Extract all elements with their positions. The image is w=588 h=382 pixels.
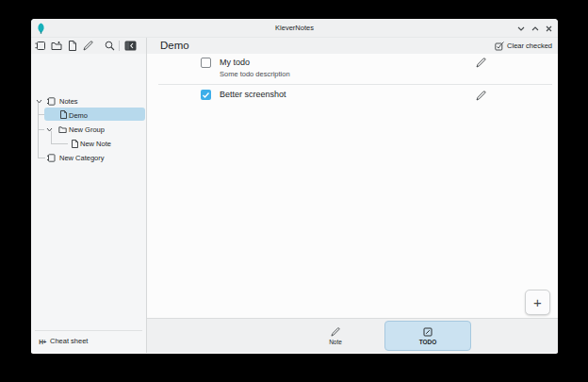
new-category-button[interactable] bbox=[34, 40, 46, 52]
chevron-down-icon[interactable] bbox=[46, 126, 53, 133]
pencil-icon bbox=[476, 91, 486, 101]
heading-plus-icon: H+ bbox=[38, 337, 47, 346]
todo-checkbox[interactable] bbox=[201, 90, 211, 100]
category-icon bbox=[47, 97, 56, 106]
sidebar-collapse-icon bbox=[124, 41, 137, 51]
new-category-icon bbox=[35, 41, 46, 51]
tree-item-label: Demo bbox=[69, 108, 88, 123]
toggle-sidebar-button[interactable] bbox=[123, 40, 138, 52]
close-button[interactable] bbox=[545, 25, 553, 33]
rename-button[interactable] bbox=[82, 40, 94, 52]
sidebar-item-new-category[interactable]: New Category bbox=[35, 151, 142, 165]
rename-icon bbox=[83, 41, 93, 51]
clear-checked-button[interactable]: Clear checked bbox=[495, 38, 552, 54]
sidebar-item-demo[interactable]: Demo bbox=[35, 108, 142, 123]
minimize-button[interactable] bbox=[516, 25, 525, 33]
note-icon bbox=[71, 140, 79, 148]
plus-icon: + bbox=[533, 294, 542, 310]
titlebar[interactable]: KleverNotes bbox=[31, 19, 558, 38]
cheat-sheet-label: Cheat sheet bbox=[50, 334, 88, 348]
todo-checkbox[interactable] bbox=[201, 58, 211, 68]
view-switcher: Note TODO bbox=[147, 318, 558, 353]
new-note-icon bbox=[68, 41, 77, 51]
tree-item-label: New Group bbox=[69, 123, 105, 137]
todo-title: My todo bbox=[220, 58, 250, 67]
tab-todo-label: TODO bbox=[419, 339, 437, 345]
window-title: KleverNotes bbox=[31, 19, 558, 38]
category-icon bbox=[47, 154, 56, 162]
new-group-button[interactable] bbox=[50, 40, 62, 52]
tab-todo[interactable]: TODO bbox=[384, 321, 471, 351]
group-icon bbox=[58, 125, 67, 134]
todo-item: Better screenshot bbox=[158, 88, 552, 110]
chevron-down-icon[interactable] bbox=[36, 98, 42, 105]
klevernotes-window: KleverNotes bbox=[31, 19, 558, 354]
sidebar: Notes Demo New Group bbox=[31, 54, 146, 353]
tree-item-label: Notes bbox=[59, 94, 78, 108]
sidebar-item-notes[interactable]: Notes bbox=[35, 94, 142, 108]
tree-item-label: New Note bbox=[80, 137, 111, 151]
pencil-icon bbox=[331, 327, 340, 337]
toolbar-separator bbox=[119, 41, 120, 51]
new-note-button[interactable] bbox=[66, 40, 78, 52]
clear-checked-label: Clear checked bbox=[507, 42, 552, 50]
pencil-icon bbox=[476, 58, 486, 68]
sidebar-main-divider bbox=[146, 38, 147, 353]
add-todo-button[interactable]: + bbox=[525, 290, 550, 315]
edit-todo-button[interactable] bbox=[476, 58, 486, 68]
todo-view-icon bbox=[423, 327, 433, 337]
clear-checked-icon bbox=[495, 42, 504, 51]
tab-note-label: Note bbox=[329, 339, 342, 345]
tree-item-label: New Category bbox=[59, 151, 105, 165]
sidebar-footer-separator bbox=[35, 330, 142, 331]
todo-list: My todo Some todo description Better scr… bbox=[147, 54, 558, 318]
desktop-background: KleverNotes bbox=[0, 0, 588, 382]
check-icon bbox=[202, 91, 210, 99]
search-button[interactable] bbox=[104, 40, 116, 52]
edit-todo-button[interactable] bbox=[476, 91, 486, 101]
todo-title: Better screenshot bbox=[220, 90, 286, 99]
todo-item: My todo Some todo description bbox=[158, 58, 552, 85]
sidebar-item-new-note[interactable]: New Note bbox=[35, 137, 142, 151]
toolbar: Demo Clear checked bbox=[31, 38, 558, 54]
page-title: Demo bbox=[160, 38, 189, 54]
maximize-button[interactable] bbox=[531, 25, 539, 33]
search-icon bbox=[105, 41, 115, 51]
tab-note[interactable]: Note bbox=[298, 321, 373, 351]
sidebar-item-new-group[interactable]: New Group bbox=[35, 123, 142, 137]
note-icon bbox=[59, 110, 68, 119]
cheat-sheet-button[interactable]: H+ Cheat sheet bbox=[35, 334, 142, 348]
new-group-icon bbox=[51, 41, 62, 51]
todo-description: Some todo description bbox=[220, 70, 290, 78]
